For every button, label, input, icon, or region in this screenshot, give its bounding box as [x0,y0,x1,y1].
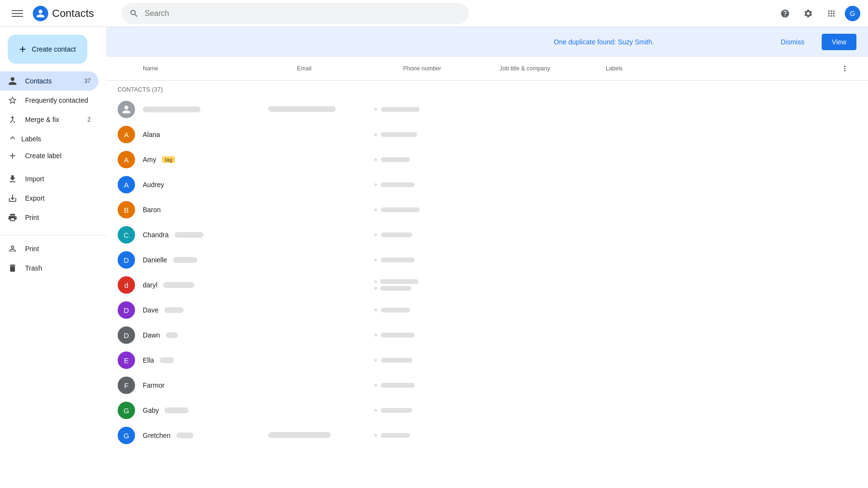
print-icon [8,213,17,222]
contact-phone [374,358,471,363]
export-icon [8,193,17,203]
contact-name-extra [175,232,203,238]
contact-name-extra [173,257,197,263]
app-logo[interactable]: Contacts [33,6,94,21]
create-contact-button[interactable]: + Create contact [8,35,87,64]
table-row[interactable]: D Danielle [106,247,868,272]
table-row[interactable]: d daryl [106,272,868,298]
app-logo-icon [33,6,48,21]
table-row[interactable]: D Dave [106,298,868,323]
export-label: Export [25,194,44,202]
expand-less-icon [8,133,17,144]
plus-icon: + [19,42,26,56]
duplicate-banner-text: One duplicate found: Suzy Smith. [444,38,763,46]
phone-bar [381,333,415,338]
search-input[interactable] [145,9,461,18]
contact-name-extra [160,357,174,363]
contact-avatar [118,101,135,118]
sidebar-item-import[interactable]: Import [0,169,98,189]
contact-phone [374,279,471,291]
contact-avatar: A [118,176,135,193]
apps-button[interactable] [822,4,841,23]
contact-name-extra [176,433,193,438]
sidebar-item-frequently-contacted[interactable]: Frequently contacted [0,91,98,110]
sidebar-item-export[interactable]: Export [0,189,98,208]
contacts-count: CONTACTS (37) [106,81,868,97]
table-row[interactable]: D Dawn [106,323,868,348]
frequently-contacted-label: Frequently contacted [25,96,88,104]
duplicate-text: One duplicate found: Suzy Smith. [554,38,654,46]
contact-name: Danielle [143,256,167,264]
table-row[interactable]: G Gretchen [106,423,868,448]
contact-name: Dave [143,306,159,314]
table-row[interactable] [106,97,868,122]
account-avatar[interactable]: G [845,6,860,21]
person-outline-icon [8,244,17,254]
contact-name: daryl [143,281,157,289]
phone-dot [374,208,377,211]
table-row[interactable]: F Farmor [106,373,868,398]
contact-phone [374,107,471,112]
content-area: One duplicate found: Suzy Smith. Dismiss… [106,27,868,488]
help-button[interactable] [775,4,795,23]
settings-button[interactable] [799,4,818,23]
search-bar[interactable] [122,3,469,24]
contact-avatar: A [118,126,135,143]
email-placeholder [268,432,331,438]
phone-dot [374,258,377,261]
phone-dot [374,233,377,236]
contact-phone [374,433,471,438]
svg-rect-2 [12,16,23,17]
phone-bar [381,358,412,363]
contact-phone [374,182,471,187]
table-row[interactable]: C Chandra [106,222,868,247]
topbar-left: Contacts [8,4,114,23]
column-actions [837,61,856,76]
contact-name: Farmor [143,381,164,389]
contact-name-wrap: Gretchen [143,432,268,439]
phone-dot [374,133,377,136]
contact-name-wrap [143,107,268,112]
contact-avatar: F [118,377,135,394]
search-icon [129,9,139,18]
column-header-name: Name [143,65,297,72]
sidebar-item-contacts[interactable]: Contacts 37 [0,71,98,91]
contact-name: Audrey [143,181,164,189]
menu-button[interactable] [8,4,27,23]
contact-avatar: E [118,352,135,369]
phone-bar [381,182,415,187]
phone-bar [381,408,412,413]
contact-phone [374,408,471,413]
phone-dot [374,434,377,437]
contacts-label: Contacts [25,77,52,85]
labels-section-header[interactable]: Labels [0,129,106,146]
more-options-button[interactable] [837,61,853,76]
contact-name-wrap: Amytag [143,156,268,163]
contact-email [268,106,374,113]
contact-name-wrap: Ella [143,356,268,364]
person-icon [8,76,17,86]
table-row[interactable]: A Amytag [106,147,868,172]
sidebar-item-merge-fix[interactable]: Merge & fix 2 [0,110,98,129]
sidebar-item-other-contacts[interactable]: Print [0,239,98,258]
contact-name: Dawn [143,331,160,339]
table-row[interactable]: A Audrey [106,172,868,197]
contact-email [268,432,374,439]
table-row[interactable]: G Gaby [106,398,868,423]
phone-bar [381,132,417,137]
contact-name-wrap: Dave [143,306,268,314]
phone-bar [381,232,412,237]
sidebar-item-trash[interactable]: Trash [0,258,98,278]
dismiss-button[interactable]: Dismiss [771,34,814,50]
contact-phone [374,383,471,388]
contact-phone [374,333,471,338]
sidebar-item-print[interactable]: Print [0,208,98,227]
other-contacts-label: Print [25,245,39,253]
contact-avatar: C [118,226,135,244]
table-row[interactable]: E Ella [106,348,868,373]
phone-bar [381,308,410,312]
sidebar-item-create-label[interactable]: Create label [0,146,98,165]
view-button[interactable]: View [822,34,856,50]
table-row[interactable]: B Baron [106,197,868,222]
table-row[interactable]: A Alana [106,122,868,147]
